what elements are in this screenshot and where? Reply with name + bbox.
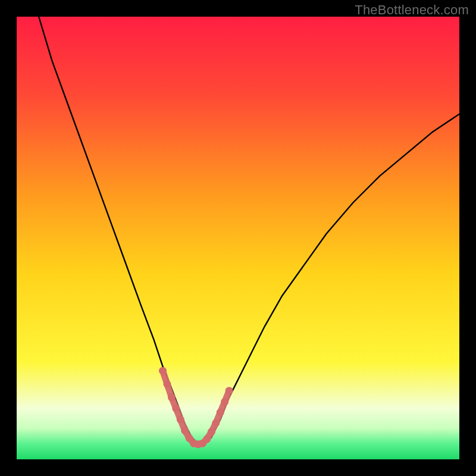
bottleneck-chart	[17, 17, 459, 459]
optimal-marker	[181, 427, 189, 434]
optimal-marker	[203, 435, 211, 443]
optimal-marker	[163, 380, 171, 388]
optimal-marker	[208, 428, 215, 436]
optimal-marker	[217, 409, 224, 416]
optimal-marker	[168, 393, 176, 401]
gradient-background	[17, 17, 459, 459]
watermark-text: TheBottleneck.com	[355, 2, 469, 18]
chart-frame: { "watermark": "TheBottleneck.com", "col…	[0, 0, 476, 476]
optimal-marker	[221, 398, 228, 406]
optimal-marker	[177, 416, 184, 424]
optimal-marker	[226, 387, 233, 394]
optimal-marker	[172, 405, 180, 412]
optimal-marker	[159, 367, 167, 375]
optimal-marker	[212, 419, 220, 427]
